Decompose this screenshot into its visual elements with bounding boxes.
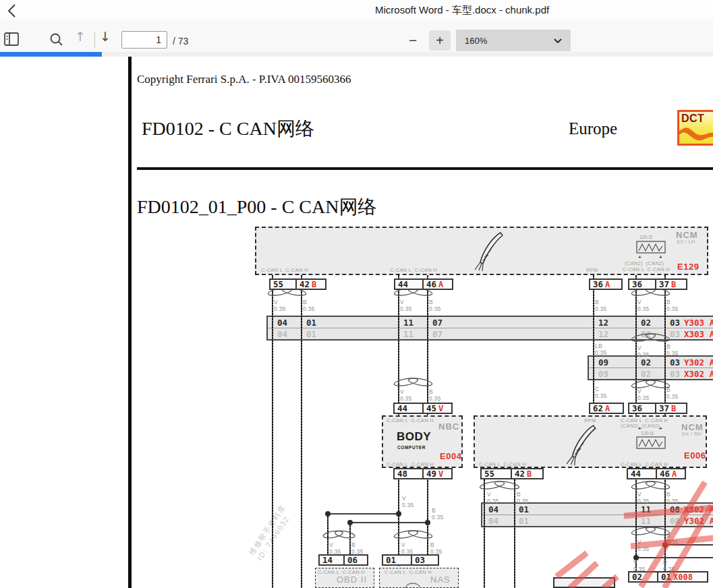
can-label: RPM xyxy=(584,417,596,423)
zoom-level-select[interactable]: 160% xyxy=(456,30,571,51)
twisted-pair-icon xyxy=(322,529,355,542)
module-id: E129 xyxy=(677,262,699,272)
wire-label: C0.35 xyxy=(595,386,606,399)
pin-connector: 4445V xyxy=(393,403,453,414)
junction-dot xyxy=(347,520,353,525)
module-name: NCM xyxy=(676,230,698,240)
band-cell: 02 xyxy=(641,369,651,379)
can-label: C-CAN L C-CAN H xyxy=(621,461,668,467)
pin-cell: 44 xyxy=(627,468,657,479)
can-label: C-CAN L C-CAN H xyxy=(623,266,670,272)
junction-dot xyxy=(396,511,401,517)
terminating-resistor: + + 120 Ω xyxy=(636,426,666,453)
pin-cell: 46A xyxy=(422,278,453,290)
pin-connector: 0103 xyxy=(382,554,439,566)
wire-label: B0.35 xyxy=(432,508,443,521)
module-subname: SX / LH xyxy=(677,239,695,244)
window-title: Microsoft Word - 车型.docx - chunk.pdf xyxy=(375,4,549,17)
load-progress-bar xyxy=(0,52,102,57)
connector-ref: Y302 A xyxy=(684,357,713,368)
module-subtitle: COMPUTER xyxy=(397,445,426,450)
zoom-level-value: 160% xyxy=(465,36,487,46)
quill-icon xyxy=(474,231,506,271)
band-cell: 03 xyxy=(670,329,680,339)
pin-cell: 44 xyxy=(394,278,424,290)
wire-label: V0.35 xyxy=(487,492,498,504)
wire-label: V0.35 xyxy=(637,539,649,552)
module-name: OBD II xyxy=(337,575,367,585)
pin-cell: 06 xyxy=(343,554,368,566)
twisted-pair-icon xyxy=(631,526,671,539)
pin-connector: 4849V xyxy=(393,468,453,479)
zoom-out-button[interactable]: − xyxy=(409,32,417,49)
wire-label: V0.35 xyxy=(637,388,649,401)
pin-cell: 36 xyxy=(628,278,656,290)
wire-label: B0.35 xyxy=(429,299,440,312)
wire-label: B0.35 xyxy=(666,533,678,546)
band-cell: 04 xyxy=(277,318,287,328)
pin-connector: 5542B xyxy=(480,468,544,479)
can-label: C-CAN L C-CAN H xyxy=(387,417,434,423)
band-cell: 04 xyxy=(488,516,498,526)
band-cell: 08 xyxy=(670,516,680,526)
pin-cell: 44 xyxy=(393,403,424,414)
pin-cell: 37B xyxy=(655,278,687,290)
back-chevron-icon xyxy=(4,2,22,20)
band-row: 090203X302 A xyxy=(589,368,713,379)
back-button[interactable] xyxy=(4,2,22,20)
zoom-in-button[interactable]: + xyxy=(429,30,451,51)
twisted-pair-icon xyxy=(631,480,671,493)
connector-band: 04011108X302 A04011108Y302 A xyxy=(481,502,713,527)
chevron-down-icon xyxy=(554,38,562,43)
terminating-resistor: 120 Ω + + xyxy=(636,236,666,260)
band-cell: 03 xyxy=(670,369,680,379)
module-id: E006 xyxy=(684,450,706,461)
wire xyxy=(514,479,515,588)
pdf-toolbar: ↑ ↓ / 73 − + 160% xyxy=(0,20,713,53)
connector-ref: X303 A xyxy=(684,329,713,339)
connector-ref: Y303 A xyxy=(684,318,713,328)
pin-cell: 01 xyxy=(382,554,412,566)
wire-label: B0.35 xyxy=(666,387,678,400)
band-cell: 02 xyxy=(641,318,651,328)
wire-label: B0.35 xyxy=(429,389,440,402)
pin-cell: 49V xyxy=(422,468,453,479)
band-row: 04011108Y302 A xyxy=(482,514,713,526)
page-number-input[interactable] xyxy=(121,31,167,49)
wire-label: V0.35 xyxy=(402,496,413,508)
wire-label: LB0.35 xyxy=(595,343,606,356)
next-page-button[interactable]: ↓ xyxy=(100,29,111,44)
wire-label: V0.35 xyxy=(637,299,649,312)
band-cell: 11 xyxy=(641,516,651,526)
can-label: C-CAN L C-CAN H xyxy=(318,569,365,575)
wire xyxy=(484,479,485,588)
load-progress-track xyxy=(0,52,713,57)
band-cell: 04 xyxy=(277,329,287,339)
pin-cell: 55 xyxy=(269,278,297,290)
band-row: 090203Y302 A xyxy=(589,357,713,368)
twisted-pair-icon xyxy=(479,480,520,493)
connector-ref: Y302 A xyxy=(684,516,713,526)
search-button[interactable] xyxy=(49,32,64,49)
band-cell: 09 xyxy=(598,369,608,379)
wire-horizontal xyxy=(636,557,713,558)
pin-cell: 55 xyxy=(480,468,512,479)
band-cell: 11 xyxy=(403,318,413,328)
band-cell: 12 xyxy=(598,329,608,339)
module-title: BODY xyxy=(397,430,431,444)
band-cell: 02 xyxy=(641,357,651,368)
band-cell: 12 xyxy=(598,318,608,328)
previous-page-button[interactable]: ↑ xyxy=(75,29,86,44)
pin-cell: 48 xyxy=(393,468,424,479)
pin-cell: 03 xyxy=(411,554,439,566)
pin-connector: 62A xyxy=(589,403,624,414)
sidebar-toggle-button[interactable] xyxy=(3,32,20,49)
pin-cell: 01X008 xyxy=(657,571,708,583)
band-cell: 01 xyxy=(306,329,316,339)
wire-label: V0.35 xyxy=(400,389,411,402)
twisted-pair-icon xyxy=(631,332,671,345)
pin-cell: 36A xyxy=(589,278,623,290)
wire-label: V0.35 xyxy=(400,299,411,312)
module-name: NCM xyxy=(681,422,704,432)
toolbar-divider xyxy=(94,32,95,49)
